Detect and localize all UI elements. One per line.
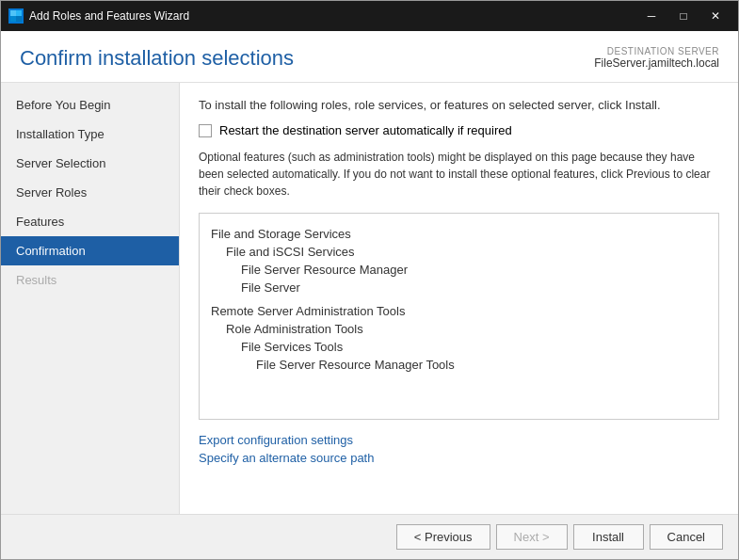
maximize-button[interactable]: □ bbox=[668, 1, 699, 31]
main-content: To install the following roles, role ser… bbox=[180, 83, 738, 514]
sidebar-item-installation-type[interactable]: Installation Type bbox=[1, 120, 179, 149]
svg-rect-2 bbox=[10, 16, 16, 22]
destination-server-info: DESTINATION SERVER FileServer.jamiltech.… bbox=[594, 46, 719, 70]
alternate-source-link[interactable]: Specify an alternate source path bbox=[199, 451, 719, 465]
sidebar-item-features[interactable]: Features bbox=[1, 207, 179, 236]
feature-item-7: File Server Resource Manager Tools bbox=[211, 356, 707, 374]
minimize-button[interactable]: ─ bbox=[636, 1, 667, 31]
feature-item-4: Remote Server Administration Tools bbox=[211, 302, 707, 320]
window-controls: ─ □ ✕ bbox=[636, 1, 731, 31]
wizard-body: Before You Begin Installation Type Serve… bbox=[1, 83, 738, 514]
wizard-footer: < Previous Next > Install Cancel bbox=[1, 514, 738, 559]
next-button: Next > bbox=[496, 524, 568, 550]
restart-checkbox-row: Restart the destination server automatic… bbox=[199, 123, 719, 137]
svg-rect-3 bbox=[16, 16, 22, 22]
app-icon bbox=[8, 8, 24, 24]
sidebar-item-server-selection[interactable]: Server Selection bbox=[1, 149, 179, 178]
window-title: Add Roles and Features Wizard bbox=[29, 9, 636, 23]
previous-button[interactable]: < Previous bbox=[396, 524, 490, 550]
cancel-button[interactable]: Cancel bbox=[650, 524, 723, 550]
feature-item-5: Role Administration Tools bbox=[211, 320, 707, 338]
optional-text: Optional features (such as administratio… bbox=[199, 149, 719, 200]
restart-checkbox-label: Restart the destination server automatic… bbox=[219, 123, 512, 137]
destination-label: DESTINATION SERVER bbox=[594, 46, 719, 56]
sidebar-item-server-roles[interactable]: Server Roles bbox=[1, 178, 179, 207]
feature-item-2: File Server Resource Manager bbox=[211, 261, 707, 279]
restart-checkbox[interactable] bbox=[199, 124, 212, 137]
wizard-header: Confirm installation selections DESTINAT… bbox=[1, 31, 738, 83]
server-name: FileServer.jamiltech.local bbox=[594, 56, 719, 70]
svg-rect-0 bbox=[10, 10, 16, 16]
feature-item-1: File and iSCSI Services bbox=[211, 243, 707, 261]
feature-item-6: File Services Tools bbox=[211, 338, 707, 356]
title-bar: Add Roles and Features Wizard ─ □ ✕ bbox=[1, 1, 738, 31]
links-section: Export configuration settings Specify an… bbox=[199, 433, 719, 465]
feature-item-0: File and Storage Services bbox=[211, 225, 707, 243]
instruction-text: To install the following roles, role ser… bbox=[199, 98, 719, 112]
close-button[interactable]: ✕ bbox=[700, 1, 731, 31]
feature-item-3: File Server bbox=[211, 279, 707, 296]
sidebar: Before You Begin Installation Type Serve… bbox=[1, 83, 180, 514]
sidebar-item-before-you-begin[interactable]: Before You Begin bbox=[1, 90, 179, 120]
feature-list: File and Storage Services File and iSCSI… bbox=[199, 213, 719, 420]
wizard-content: Confirm installation selections DESTINAT… bbox=[1, 31, 738, 514]
sidebar-item-results: Results bbox=[1, 265, 179, 295]
install-button[interactable]: Install bbox=[573, 524, 644, 550]
export-config-link[interactable]: Export configuration settings bbox=[199, 433, 719, 447]
svg-rect-1 bbox=[16, 10, 22, 16]
page-title: Confirm installation selections bbox=[20, 46, 294, 71]
sidebar-item-confirmation[interactable]: Confirmation bbox=[1, 236, 179, 265]
wizard-window: Add Roles and Features Wizard ─ □ ✕ Conf… bbox=[0, 0, 739, 560]
